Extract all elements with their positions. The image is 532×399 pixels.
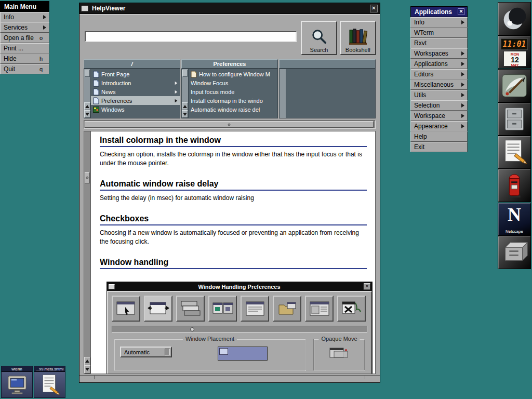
- document-page: Install colormap in the window Checking …: [91, 131, 376, 374]
- scrollbar-thumb[interactable]: [85, 172, 90, 183]
- main-menu-item-hide[interactable]: Hide h: [0, 54, 49, 64]
- browser-item-install-colormap[interactable]: Install colormap in the windo: [189, 96, 277, 105]
- submenu-arrow-icon: [461, 20, 464, 24]
- applications-menu-title: Applications: [415, 8, 458, 16]
- dock-icon-draw-tool[interactable]: [498, 69, 531, 102]
- search-button[interactable]: Search: [301, 21, 337, 55]
- miniaturize-button[interactable]: [82, 6, 88, 11]
- pref-icon-close-behavior: [337, 296, 366, 322]
- dock-icon-netscape[interactable]: N Netscape: [498, 203, 531, 236]
- scroll-down-button[interactable]: [84, 365, 90, 374]
- miniwindow-wterm[interactable]: wterm: [1, 366, 33, 398]
- close-icon[interactable]: ✕: [370, 5, 378, 12]
- browser-item-how-to-configure[interactable]: How to configure Window M: [189, 70, 277, 78]
- search-icon: [310, 28, 328, 46]
- opaque-move-group: Opaque Move: [313, 339, 365, 371]
- helpviewer-window: HelpViewer ✕ Search: [79, 3, 380, 383]
- helpviewer-titlebar[interactable]: HelpViewer ✕: [79, 3, 380, 14]
- column-scrollbar[interactable]: [280, 69, 286, 118]
- column-scrollbar[interactable]: [182, 69, 189, 118]
- scroll-up-button[interactable]: [84, 102, 90, 110]
- document-icon: [93, 97, 99, 104]
- scroll-down-button[interactable]: [182, 110, 188, 118]
- doc-heading: Checkboxes: [100, 214, 367, 225]
- column-header: /: [84, 59, 180, 69]
- browser-item-introduction[interactable]: Introduction: [91, 78, 180, 87]
- shortcut-key: q: [39, 66, 43, 72]
- apps-menu-item-rxvt[interactable]: Rxvt: [410, 38, 468, 48]
- document-icon: [191, 71, 197, 78]
- scroll-up-button[interactable]: [182, 102, 188, 110]
- browser-horizontal-scrollbar[interactable]: [84, 120, 376, 129]
- document-vertical-scrollbar[interactable]: [84, 131, 91, 374]
- terminal-monitor-icon: [4, 373, 31, 397]
- scrollbar-thumb[interactable]: [182, 70, 188, 77]
- search-input[interactable]: [85, 31, 297, 42]
- main-menu-item-services[interactable]: Services: [0, 22, 49, 33]
- apps-menu-item-miscellaneous[interactable]: Miscellaneous: [410, 79, 468, 90]
- applications-menu: Applications ✕ Info WTerm Rxvt Workspace…: [410, 6, 468, 152]
- main-menu-item-info[interactable]: Info: [0, 12, 49, 22]
- main-menu-item-open-a-file[interactable]: Open a file o: [0, 33, 49, 43]
- desktop: Main Menu Info Services Open a file o Pr…: [0, 0, 532, 399]
- dock-icon-file-cabinet[interactable]: [498, 102, 531, 136]
- pref-icon-window-stacking: [176, 296, 205, 322]
- pref-icon-icons: [208, 296, 237, 322]
- miniwindow-browser-page[interactable]: ...99.meta.shtml: [34, 366, 65, 398]
- scrollbar-thumb[interactable]: [85, 121, 374, 128]
- arrow-down-icon: [85, 368, 89, 371]
- browser-item-front-page[interactable]: Front Page: [91, 70, 180, 78]
- resize-bar[interactable]: [79, 375, 380, 379]
- browser-item-windows[interactable]: Windows: [91, 105, 180, 114]
- dock-icon-drawer[interactable]: [498, 236, 531, 269]
- dock-icon-window-maker[interactable]: [498, 2, 531, 35]
- browser-item-automatic-window-raise[interactable]: Automatic window raise del: [189, 105, 277, 114]
- postbox-icon: [498, 169, 530, 202]
- dock-icon-clock[interactable]: 11:01 MON 12 MAY: [498, 35, 531, 69]
- helpviewer-body: Search Bookshelf /: [79, 14, 380, 379]
- notepad-pencil-icon: [498, 136, 530, 168]
- main-menu-item-quit[interactable]: Quit q: [0, 64, 49, 74]
- apps-menu-item-selection[interactable]: Selection: [410, 100, 468, 111]
- dock-icon-text-editor[interactable]: [498, 136, 531, 169]
- scrollbar-thumb[interactable]: [85, 70, 90, 77]
- submenu-arrow-icon: [461, 51, 464, 56]
- apps-menu-item-info[interactable]: Info: [410, 17, 468, 28]
- doc-paragraph: Setting the delay (in msec) for automati…: [100, 194, 362, 203]
- main-menu-titlebar[interactable]: Main Menu: [0, 1, 49, 12]
- doc-heading: Install colormap in the window: [100, 136, 367, 147]
- scroll-up-button[interactable]: [84, 357, 90, 365]
- bookshelf-button[interactable]: Bookshelf: [340, 21, 376, 55]
- preferences-toolbar: [112, 296, 367, 322]
- apps-menu-item-exit[interactable]: Exit: [410, 142, 468, 152]
- apps-menu-item-workspaces[interactable]: Workspaces: [410, 48, 468, 59]
- lcd-time: 11:01: [501, 38, 528, 50]
- apps-menu-item-help[interactable]: Help: [410, 131, 468, 142]
- apps-menu-item-editors[interactable]: Editors: [410, 69, 468, 79]
- apps-menu-item-applications[interactable]: Applications: [410, 59, 468, 69]
- browser-item-news[interactable]: News: [91, 87, 180, 96]
- embedded-titlebar: Window Handling Preferences ✕: [107, 282, 372, 291]
- browser-column-root: / Front Page: [84, 59, 180, 118]
- apps-menu-item-utils[interactable]: Utils: [410, 90, 468, 100]
- browser-item-input-focus-mode[interactable]: Input focus mode: [189, 87, 277, 96]
- column-header: Preferences: [181, 59, 278, 69]
- app-icon: [93, 107, 99, 113]
- applications-menu-titlebar[interactable]: Applications ✕: [410, 6, 468, 17]
- close-icon: ✕: [364, 283, 370, 290]
- browser-item-preferences[interactable]: Preferences: [91, 96, 180, 105]
- document-icon: [93, 79, 99, 87]
- scroll-down-button[interactable]: [84, 110, 90, 118]
- apps-menu-item-workspace[interactable]: Workspace: [410, 111, 468, 121]
- apps-menu-item-appearance[interactable]: Appearance: [410, 121, 468, 131]
- menu-close-icon[interactable]: ✕: [458, 8, 464, 15]
- dock-icon-mail-postbox[interactable]: [498, 169, 531, 202]
- submenu-arrow-icon: [461, 72, 464, 76]
- column-scrollbar[interactable]: [84, 69, 91, 118]
- main-menu-title: Main Menu: [4, 3, 46, 10]
- browser-item-window-focus[interactable]: Window Focus: [189, 78, 277, 87]
- submenu-arrow-icon: [461, 93, 464, 97]
- slider-thumb-icon: [190, 327, 194, 331]
- main-menu-item-print[interactable]: Print ...: [0, 43, 49, 54]
- apps-menu-item-wterm[interactable]: WTerm: [410, 28, 468, 38]
